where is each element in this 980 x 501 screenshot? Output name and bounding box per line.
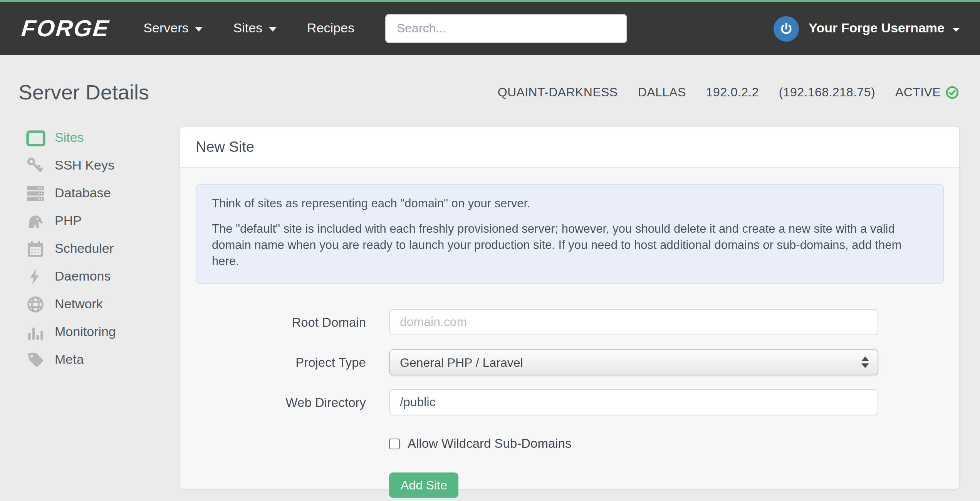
- web-directory-label: Web Directory: [196, 395, 366, 410]
- sidebar-label: SSH Keys: [55, 158, 114, 173]
- web-directory-field[interactable]: [389, 389, 878, 415]
- root-domain-field[interactable]: [389, 309, 878, 335]
- sidebar-label: Network: [55, 297, 103, 312]
- sidebar-item-network[interactable]: Network: [18, 291, 180, 318]
- power-icon: [779, 21, 793, 36]
- status-label: ACTIVE: [895, 86, 941, 99]
- user-name: Your Forge Username: [809, 21, 945, 36]
- wildcard-subdomains-label: Allow Wildcard Sub-Domains: [408, 436, 572, 451]
- sidebar-label: Sites: [55, 130, 84, 146]
- new-site-form: Root Domain Project Type General PHP / L…: [196, 309, 944, 501]
- content-row: Sites SSH Keys: [18, 127, 959, 489]
- root-domain-row: Root Domain: [196, 309, 944, 335]
- nav-recipes-label: Recipes: [307, 21, 354, 36]
- sidebar-label: PHP: [55, 214, 82, 229]
- sidebar-item-meta[interactable]: Meta: [18, 346, 180, 374]
- globe-icon: [25, 295, 45, 314]
- sidebar-item-daemons[interactable]: Daemons: [18, 263, 180, 291]
- project-type-row: Project Type General PHP / Laravel: [196, 349, 944, 375]
- chevron-down-icon: [952, 27, 960, 31]
- new-site-card: New Site Think of sites as representing …: [180, 127, 959, 489]
- main-content: Server Details QUAINT-DARKNESS DALLAS 19…: [0, 55, 980, 489]
- bar-chart-icon: [25, 323, 45, 341]
- nav-recipes-link[interactable]: Recipes: [307, 21, 354, 36]
- tag-icon: [25, 351, 45, 369]
- server-sidebar: Sites SSH Keys: [18, 124, 180, 489]
- server-ip: 192.0.2.2: [706, 86, 759, 99]
- wildcard-subdomains-row: Allow Wildcard Sub-Domains: [389, 436, 944, 451]
- nav-sites-label: Sites: [233, 21, 263, 36]
- wildcard-subdomains-checkbox[interactable]: [389, 438, 400, 449]
- web-directory-row: Web Directory: [196, 389, 944, 415]
- sidebar-item-monitoring[interactable]: Monitoring: [18, 318, 180, 346]
- info-paragraph-1: Think of sites as representing each "dom…: [212, 195, 928, 211]
- nav-sites-menu[interactable]: Sites: [233, 21, 277, 36]
- calendar-icon: [25, 240, 45, 258]
- sidebar-item-database[interactable]: Database: [18, 180, 180, 207]
- nav-servers-menu[interactable]: Servers: [143, 21, 202, 36]
- add-site-button[interactable]: Add Site: [389, 472, 459, 498]
- sidebar-label: Monitoring: [55, 324, 116, 340]
- sidebar-label: Meta: [55, 352, 84, 368]
- server-stack-icon: [25, 184, 45, 203]
- top-navbar: FORGE Servers Sites Recipes Your Forge U…: [0, 0, 980, 55]
- status-badge: ACTIVE: [895, 86, 959, 99]
- elephant-icon: [25, 212, 45, 230]
- sidebar-item-ssh-keys[interactable]: SSH Keys: [18, 152, 180, 180]
- page-title: Server Details: [18, 81, 149, 104]
- sidebar-item-sites[interactable]: Sites: [18, 124, 180, 152]
- lightning-icon: [25, 267, 45, 286]
- sidebar-label: Scheduler: [55, 241, 114, 257]
- search-input[interactable]: [385, 14, 627, 43]
- sidebar-label: Daemons: [55, 269, 111, 284]
- info-paragraph-2: The "default" site is included with each…: [212, 220, 928, 269]
- card-title: New Site: [196, 139, 254, 156]
- forge-app: FORGE Servers Sites Recipes Your Forge U…: [0, 0, 980, 501]
- project-type-select[interactable]: General PHP / Laravel: [389, 349, 878, 375]
- server-private-ip: (192.168.218.75): [779, 86, 875, 99]
- page-header: Server Details QUAINT-DARKNESS DALLAS 19…: [18, 76, 959, 109]
- browser-window-icon: [25, 130, 45, 146]
- forge-logo[interactable]: FORGE: [20, 15, 111, 42]
- project-type-label: Project Type: [196, 355, 366, 370]
- chevron-down-icon: [195, 27, 203, 32]
- sidebar-label: Database: [55, 186, 111, 201]
- info-box: Think of sites as representing each "dom…: [196, 184, 944, 284]
- root-domain-label: Root Domain: [196, 315, 366, 330]
- user-menu[interactable]: Your Forge Username: [809, 21, 960, 36]
- sidebar-item-php[interactable]: PHP: [18, 207, 180, 235]
- card-header: New Site: [180, 127, 959, 168]
- server-name: QUAINT-DARKNESS: [498, 86, 618, 99]
- submit-row: Add Site: [389, 472, 944, 501]
- server-meta: QUAINT-DARKNESS DALLAS 192.0.2.2 (192.16…: [498, 86, 959, 99]
- check-circle-icon: [945, 86, 959, 99]
- sidebar-item-scheduler[interactable]: Scheduler: [18, 235, 180, 263]
- chevron-down-icon: [268, 27, 276, 32]
- nav-servers-label: Servers: [143, 21, 188, 36]
- server-region: DALLAS: [638, 86, 686, 99]
- key-icon: [25, 156, 45, 175]
- card-body: Think of sites as representing each "dom…: [180, 168, 959, 501]
- avatar[interactable]: [773, 16, 799, 41]
